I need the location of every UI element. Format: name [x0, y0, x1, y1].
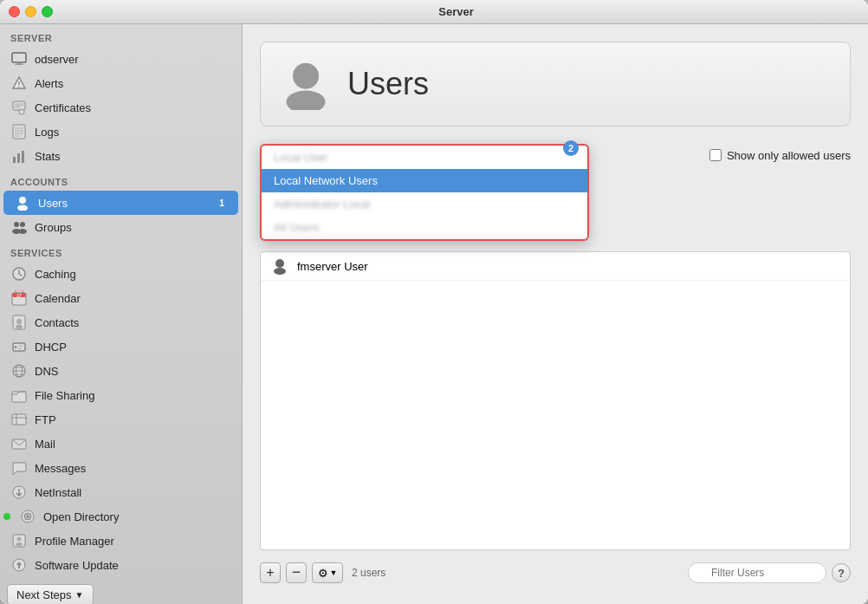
users-badge: 1	[214, 195, 230, 211]
dropdown-popup[interactable]: Local User Local Network Users Administr…	[260, 144, 589, 241]
contacts-icon	[10, 314, 28, 331]
sidebar-item-logs[interactable]: Logs	[0, 120, 242, 144]
monitor-icon	[10, 50, 28, 68]
file-sharing-label: File Sharing	[35, 389, 94, 402]
show-allowed-checkbox[interactable]	[709, 149, 722, 161]
toolbar-row: Local User Local Network Users Administr…	[260, 144, 851, 166]
sidebar-footer: Next Steps ▼	[0, 577, 242, 604]
add-user-button[interactable]: +	[260, 562, 281, 583]
sidebar-item-groups[interactable]: Groups	[0, 215, 242, 239]
sidebar-item-caching[interactable]: Caching	[0, 262, 242, 286]
dropdown-item-admin-local[interactable]: Administrator Local	[262, 192, 587, 216]
next-steps-label: Next Steps	[16, 588, 72, 601]
sidebar-item-users[interactable]: Users 1	[3, 191, 238, 215]
filter-wrapper: 🔍	[688, 562, 826, 583]
accounts-section-header: ACCOUNTS	[0, 168, 242, 191]
sidebar-item-ftp[interactable]: FTP	[0, 407, 242, 432]
sidebar-item-certificates[interactable]: Certificates	[0, 95, 242, 120]
svg-point-59	[275, 259, 284, 268]
sidebar-item-software-update[interactable]: Software Update	[0, 553, 242, 577]
sidebar-item-contacts[interactable]: Contacts	[0, 310, 242, 334]
netinstall-icon	[10, 484, 28, 501]
dropdown-item-local-network-users[interactable]: Local Network Users	[262, 169, 587, 192]
remove-user-button[interactable]: −	[286, 562, 307, 583]
svg-rect-0	[12, 53, 26, 62]
users-label: Users	[38, 197, 68, 210]
sidebar-item-open-directory[interactable]: Open Directory	[0, 504, 242, 529]
svg-rect-43	[12, 392, 26, 402]
sidebar-item-file-sharing[interactable]: File Sharing	[0, 383, 242, 407]
svg-rect-18	[22, 151, 24, 163]
show-allowed-row: Show only allowed users	[709, 149, 851, 162]
sidebar-item-messages[interactable]: Messages	[0, 456, 242, 480]
users-avatar	[278, 56, 334, 112]
svg-point-19	[19, 197, 26, 204]
minimize-button[interactable]	[25, 6, 36, 17]
open-directory-icon	[19, 508, 36, 525]
server-section-header: SERVER	[0, 24, 242, 47]
user-row-icon	[271, 257, 288, 275]
profile-manager-label: Profile Manager	[35, 535, 114, 548]
dns-label: DNS	[35, 365, 58, 378]
logs-label: Logs	[35, 126, 59, 139]
close-button[interactable]	[9, 6, 20, 17]
users-title: Users	[347, 66, 429, 102]
svg-point-52	[27, 516, 29, 518]
sidebar-item-stats[interactable]: Stats	[0, 144, 242, 168]
groups-label: Groups	[35, 221, 72, 234]
alerts-label: Alerts	[35, 77, 63, 90]
sidebar-item-calendar[interactable]: 17 Calendar	[0, 286, 242, 310]
next-steps-button[interactable]: Next Steps ▼	[7, 584, 94, 604]
traffic-lights	[9, 6, 53, 17]
sidebar-item-alerts[interactable]: Alerts	[0, 71, 242, 95]
svg-rect-16	[13, 157, 16, 163]
users-list: fmserver User	[260, 251, 851, 550]
svg-point-24	[18, 229, 27, 234]
main-window: Server SERVER odserver	[0, 0, 868, 604]
stats-label: Stats	[35, 150, 61, 163]
sidebar-item-mail[interactable]: Mail	[0, 432, 242, 456]
svg-point-32	[16, 319, 22, 324]
messages-label: Messages	[35, 462, 86, 475]
dropdown-badge: 2	[563, 140, 579, 156]
mail-icon	[10, 435, 28, 452]
svg-point-35	[15, 346, 17, 348]
contacts-label: Contacts	[35, 316, 79, 329]
stats-icon	[10, 147, 28, 165]
gear-icon: ⚙	[318, 567, 328, 580]
content-area: Users Local User Local Network Users	[243, 24, 868, 604]
svg-point-60	[274, 268, 286, 275]
svg-point-58	[287, 91, 326, 111]
show-allowed-label: Show only allowed users	[727, 149, 851, 162]
sidebar-item-dns[interactable]: DNS	[0, 359, 242, 383]
gear-action-button[interactable]: ⚙ ▼	[312, 562, 343, 583]
dropdown-wrapper: Local User Local Network Users Administr…	[260, 144, 589, 166]
maximize-button[interactable]	[42, 6, 53, 17]
help-button[interactable]: ?	[832, 563, 851, 582]
main-layout: SERVER odserver	[0, 24, 868, 604]
svg-rect-11	[13, 125, 25, 139]
svg-point-57	[293, 63, 319, 89]
next-steps-chevron-icon: ▼	[75, 590, 84, 600]
mail-label: Mail	[35, 438, 55, 451]
svg-rect-2	[15, 64, 23, 65]
dropdown-item-local-user[interactable]: Local User	[262, 146, 587, 169]
certificates-icon	[10, 99, 28, 116]
software-update-icon	[10, 556, 28, 574]
svg-point-33	[16, 325, 23, 329]
profile-manager-icon	[10, 532, 28, 549]
alerts-icon	[10, 75, 28, 92]
sidebar-item-netinstall[interactable]: NetInstall	[0, 480, 242, 504]
sidebar-item-dhcp[interactable]: DHCP	[0, 334, 242, 359]
svg-text:17: 17	[16, 293, 22, 298]
sidebar-item-odserver[interactable]: odserver	[0, 47, 242, 71]
svg-point-23	[20, 222, 25, 227]
sidebar-item-profile-manager[interactable]: Profile Manager	[0, 529, 242, 553]
sidebar: SERVER odserver	[0, 24, 243, 604]
user-row-name: fmserver User	[297, 260, 368, 273]
table-row[interactable]: fmserver User	[261, 252, 850, 281]
certificates-label: Certificates	[35, 101, 91, 114]
services-section-header: SERVICES	[0, 239, 242, 262]
dropdown-item-all-users[interactable]: All Users	[262, 216, 587, 239]
filter-users-input[interactable]	[688, 562, 826, 583]
